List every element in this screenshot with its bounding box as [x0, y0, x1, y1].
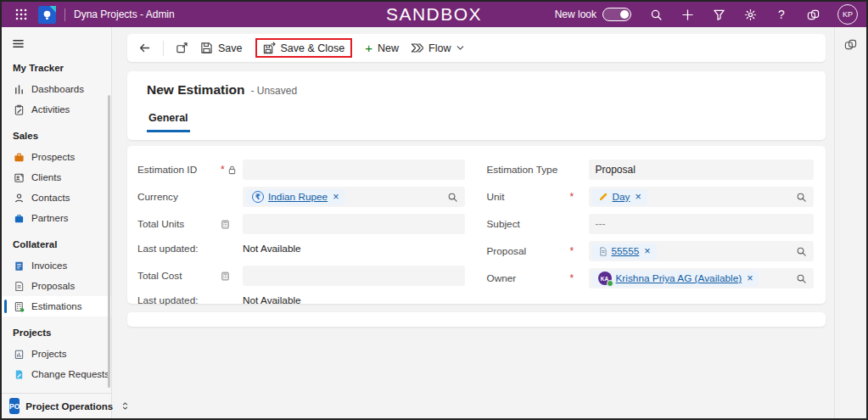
sidebar-item-contacts[interactable]: Contacts: [2, 188, 111, 208]
sidebar-item-label: Prospects: [31, 152, 75, 162]
last-updated-value: Not Available: [243, 243, 465, 255]
sidebar-collapse-icon[interactable]: [12, 35, 29, 52]
lookup-search-icon[interactable]: [796, 273, 807, 284]
sidebar-item-label: Change Requests: [31, 369, 109, 379]
currency-value-link[interactable]: Indian Rupee: [268, 191, 328, 203]
record-header-card: New Estimation - Unsaved General: [127, 71, 826, 140]
sidebar-item-estimations[interactable]: Estimations: [2, 296, 111, 316]
search-icon[interactable]: [649, 8, 663, 21]
lookup-search-icon[interactable]: [447, 192, 458, 203]
proposal-lookup-field[interactable]: 55555 ×: [589, 241, 815, 261]
sidebar-item-prospects[interactable]: Prospects: [2, 147, 111, 167]
remove-icon[interactable]: ×: [333, 192, 339, 203]
copilot-icon[interactable]: [806, 8, 820, 21]
dashboards-icon: [13, 83, 25, 95]
required-asterisk: *: [570, 273, 574, 283]
filter-icon[interactable]: [712, 8, 725, 21]
field-row-total-cost: Total Cost: [137, 266, 465, 286]
sidebar-item-label: Clients: [31, 172, 61, 182]
new-look-toggle[interactable]: [602, 8, 631, 21]
estimation-id-input[interactable]: [243, 160, 465, 180]
lookup-pill[interactable]: 55555 ×: [592, 244, 657, 260]
copilot-icon[interactable]: [844, 37, 858, 51]
field-row-estimation-type: Estimation Type Proposal: [487, 160, 815, 180]
sidebar-item-label: Activities: [31, 104, 70, 115]
form-card: Estimation ID * Currency ₹: [127, 146, 826, 304]
sidebar-item-label: Projects: [31, 349, 67, 359]
record-status: - Unsaved: [250, 85, 297, 97]
unit-value-link[interactable]: Day: [613, 191, 630, 203]
prospects-icon: [13, 151, 25, 163]
partners-icon: [13, 212, 25, 224]
lookup-search-icon[interactable]: [796, 246, 807, 257]
sidebar-section-projects: Projects: [2, 316, 111, 344]
subject-input[interactable]: ---: [589, 214, 815, 234]
quick-create-plus-icon[interactable]: [680, 8, 694, 21]
total-cost-input[interactable]: [243, 266, 465, 286]
user-avatar[interactable]: KP: [837, 4, 858, 25]
sidebar-item-projects[interactable]: Projects: [2, 344, 111, 364]
remove-icon[interactable]: ×: [635, 192, 641, 203]
tab-general[interactable]: General: [147, 112, 190, 132]
new-button[interactable]: + New: [365, 42, 399, 54]
currency-lookup-field[interactable]: ₹ Indian Rupee ×: [243, 187, 465, 207]
sidebar-item-label: Dashboards: [31, 84, 84, 94]
waffle-menu-icon[interactable]: [10, 3, 32, 25]
lookup-pill[interactable]: KA Krishna Priya AG (Available) ×: [592, 271, 759, 287]
remove-icon[interactable]: ×: [747, 273, 753, 284]
new-label: New: [378, 42, 399, 54]
activities-icon: [13, 104, 25, 115]
save-icon: [200, 42, 213, 54]
required-asterisk: *: [570, 192, 574, 202]
owner-value-link[interactable]: Krishna Priya AG (Available): [616, 272, 742, 284]
sidebar-item-proposals[interactable]: Proposals: [2, 276, 111, 296]
flow-button[interactable]: Flow: [411, 42, 465, 54]
field-row-unit: Unit * Day ×: [487, 187, 815, 207]
sidebar-item-dashboards[interactable]: Dashboards: [2, 79, 111, 99]
field-row-last-updated-cost: Last updated: Not Available: [137, 293, 465, 307]
sidebar-item-activities[interactable]: Activities: [2, 99, 111, 120]
command-bar: Save Save & Close + New Flow: [127, 34, 826, 62]
toolbar-divider: [163, 41, 164, 56]
estimation-type-select[interactable]: Proposal: [589, 160, 815, 180]
sidebar-item-label: Contacts: [31, 193, 70, 203]
app-logo-icon[interactable]: [38, 6, 56, 24]
pencil-icon: [598, 192, 608, 202]
field-label: Total Cost: [137, 270, 219, 282]
save-label: Save: [218, 42, 243, 54]
sidebar-scrollbar[interactable]: [108, 95, 110, 388]
toggle-knob: [620, 10, 629, 19]
total-units-input[interactable]: [243, 214, 465, 234]
popout-button[interactable]: [176, 42, 188, 54]
sidebar-item-change-requests[interactable]: Change Requests: [2, 364, 111, 384]
settings-gear-icon[interactable]: [743, 8, 757, 21]
invoices-icon: [13, 260, 25, 272]
save-and-close-button[interactable]: Save & Close: [263, 42, 345, 54]
owner-lookup-field[interactable]: KA Krishna Priya AG (Available) ×: [589, 268, 815, 288]
flow-label: Flow: [428, 42, 451, 54]
new-plus-icon: +: [365, 42, 372, 54]
field-row-estimation-id: Estimation ID *: [137, 160, 465, 180]
field-row-currency: Currency ₹ Indian Rupee ×: [137, 187, 465, 207]
field-label: Owner: [487, 272, 568, 284]
field-label: Currency: [137, 191, 219, 203]
lookup-pill[interactable]: Day ×: [592, 189, 647, 205]
flow-icon: [411, 42, 423, 54]
area-switcher[interactable]: PO Project Operations: [2, 393, 111, 418]
sidebar-item-clients[interactable]: Clients: [2, 167, 111, 188]
field-row-subject: Subject ---: [487, 214, 815, 234]
sidebar-item-partners[interactable]: Partners: [2, 208, 111, 228]
lookup-pill[interactable]: ₹ Indian Rupee ×: [246, 189, 345, 205]
app-window: Dyna Projects - Admin SANDBOX New look ?: [0, 0, 868, 420]
save-button[interactable]: Save: [200, 42, 243, 54]
sidebar-item-invoices[interactable]: Invoices: [2, 255, 111, 276]
lookup-search-icon[interactable]: [796, 192, 807, 203]
red-annotation-box: Save & Close: [255, 38, 353, 58]
remove-icon[interactable]: ×: [644, 246, 650, 257]
back-button[interactable]: [138, 42, 151, 54]
proposal-value-link[interactable]: 55555: [612, 245, 640, 257]
unit-lookup-field[interactable]: Day ×: [589, 187, 815, 207]
help-icon[interactable]: ?: [775, 8, 788, 21]
field-row-last-updated-units: Last updated: Not Available: [137, 241, 465, 255]
rupee-icon: ₹: [252, 191, 264, 203]
